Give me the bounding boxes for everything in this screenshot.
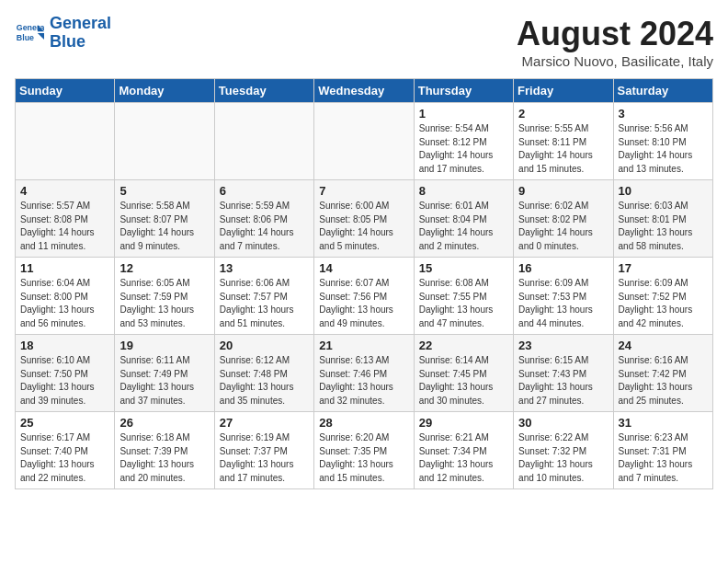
- calendar-cell: 22Sunrise: 6:14 AM Sunset: 7:45 PM Dayli…: [414, 335, 513, 412]
- svg-text:Blue: Blue: [17, 33, 34, 42]
- weekday-header-friday: Friday: [514, 79, 613, 103]
- calendar-cell: 12Sunrise: 6:05 AM Sunset: 7:59 PM Dayli…: [115, 258, 214, 335]
- title-area: August 2024 Marsico Nuovo, Basilicate, I…: [517, 15, 713, 69]
- day-number: 22: [419, 339, 508, 352]
- day-number: 23: [518, 339, 608, 352]
- day-info: Sunrise: 6:23 AM Sunset: 7:31 PM Dayligh…: [619, 431, 708, 485]
- weekday-header-thursday: Thursday: [414, 79, 513, 103]
- calendar-cell: 7Sunrise: 6:00 AM Sunset: 8:05 PM Daylig…: [314, 180, 414, 258]
- day-info: Sunrise: 6:22 AM Sunset: 7:32 PM Dayligh…: [518, 431, 608, 485]
- day-number: 3: [619, 107, 708, 121]
- day-info: Sunrise: 6:18 AM Sunset: 7:39 PM Dayligh…: [119, 431, 209, 485]
- day-number: 8: [419, 184, 508, 198]
- day-info: Sunrise: 6:07 AM Sunset: 7:56 PM Dayligh…: [319, 277, 408, 330]
- weekday-header-tuesday: Tuesday: [214, 79, 313, 103]
- day-info: Sunrise: 6:01 AM Sunset: 8:04 PM Dayligh…: [419, 200, 508, 253]
- calendar-cell: 27Sunrise: 6:19 AM Sunset: 7:37 PM Dayli…: [214, 412, 313, 489]
- day-info: Sunrise: 5:54 AM Sunset: 8:12 PM Dayligh…: [419, 122, 508, 176]
- weekday-header-sunday: Sunday: [16, 79, 115, 103]
- calendar-cell: 3Sunrise: 5:56 AM Sunset: 8:10 PM Daylig…: [613, 103, 712, 180]
- day-number: 24: [619, 339, 708, 352]
- logo-icon: General Blue: [15, 18, 44, 48]
- calendar-cell: 18Sunrise: 6:10 AM Sunset: 7:50 PM Dayli…: [16, 335, 115, 412]
- day-number: 15: [419, 261, 508, 275]
- calendar-cell: 9Sunrise: 6:02 AM Sunset: 8:02 PM Daylig…: [514, 180, 613, 258]
- weekday-header-row: SundayMondayTuesdayWednesdayThursdayFrid…: [16, 79, 713, 103]
- day-info: Sunrise: 6:21 AM Sunset: 7:34 PM Dayligh…: [419, 431, 508, 485]
- day-info: Sunrise: 6:02 AM Sunset: 8:02 PM Dayligh…: [518, 200, 608, 253]
- calendar-cell: 11Sunrise: 6:04 AM Sunset: 8:00 PM Dayli…: [16, 258, 115, 335]
- day-info: Sunrise: 6:09 AM Sunset: 7:52 PM Dayligh…: [619, 277, 708, 330]
- day-info: Sunrise: 6:19 AM Sunset: 7:37 PM Dayligh…: [220, 431, 309, 485]
- calendar-cell: 24Sunrise: 6:16 AM Sunset: 7:42 PM Dayli…: [613, 335, 712, 412]
- calendar-cell: 1Sunrise: 5:54 AM Sunset: 8:12 PM Daylig…: [414, 103, 513, 180]
- day-info: Sunrise: 5:55 AM Sunset: 8:11 PM Dayligh…: [518, 122, 608, 176]
- day-info: Sunrise: 6:06 AM Sunset: 7:57 PM Dayligh…: [220, 277, 309, 330]
- calendar-cell: 5Sunrise: 5:58 AM Sunset: 8:07 PM Daylig…: [115, 180, 214, 258]
- calendar-cell: 21Sunrise: 6:13 AM Sunset: 7:46 PM Dayli…: [314, 335, 414, 412]
- day-number: 7: [319, 184, 408, 198]
- calendar-table: SundayMondayTuesdayWednesdayThursdayFrid…: [15, 78, 713, 489]
- day-info: Sunrise: 6:11 AM Sunset: 7:49 PM Dayligh…: [119, 354, 209, 408]
- calendar-cell: 13Sunrise: 6:06 AM Sunset: 7:57 PM Dayli…: [214, 258, 313, 335]
- calendar-cell: 8Sunrise: 6:01 AM Sunset: 8:04 PM Daylig…: [414, 180, 513, 258]
- calendar-cell: [314, 103, 414, 180]
- day-number: 19: [119, 339, 209, 352]
- calendar-cell: 25Sunrise: 6:17 AM Sunset: 7:40 PM Dayli…: [16, 412, 115, 489]
- day-info: Sunrise: 5:58 AM Sunset: 8:07 PM Dayligh…: [119, 200, 209, 253]
- day-number: 11: [20, 261, 109, 275]
- calendar-cell: 30Sunrise: 6:22 AM Sunset: 7:32 PM Dayli…: [514, 412, 613, 489]
- day-info: Sunrise: 6:17 AM Sunset: 7:40 PM Dayligh…: [20, 431, 109, 485]
- day-info: Sunrise: 5:56 AM Sunset: 8:10 PM Dayligh…: [619, 122, 708, 176]
- page-header: General Blue General Blue August 2024 Ma…: [15, 15, 713, 69]
- day-number: 5: [119, 184, 209, 198]
- weekday-header-saturday: Saturday: [613, 79, 712, 103]
- day-number: 28: [319, 416, 408, 430]
- calendar-body: 1Sunrise: 5:54 AM Sunset: 8:12 PM Daylig…: [16, 103, 713, 489]
- calendar-cell: 17Sunrise: 6:09 AM Sunset: 7:52 PM Dayli…: [613, 258, 712, 335]
- calendar-cell: [214, 103, 313, 180]
- day-number: 12: [119, 261, 209, 275]
- day-info: Sunrise: 6:20 AM Sunset: 7:35 PM Dayligh…: [319, 431, 408, 485]
- day-info: Sunrise: 6:08 AM Sunset: 7:55 PM Dayligh…: [419, 277, 508, 330]
- calendar-cell: 31Sunrise: 6:23 AM Sunset: 7:31 PM Dayli…: [613, 412, 712, 489]
- weekday-header-monday: Monday: [115, 79, 214, 103]
- day-number: 30: [518, 416, 608, 430]
- day-number: 1: [419, 107, 508, 121]
- day-info: Sunrise: 6:04 AM Sunset: 8:00 PM Dayligh…: [20, 277, 109, 330]
- day-number: 26: [119, 416, 209, 430]
- logo-text: General Blue: [50, 15, 111, 52]
- calendar-cell: 26Sunrise: 6:18 AM Sunset: 7:39 PM Dayli…: [115, 412, 214, 489]
- day-info: Sunrise: 6:12 AM Sunset: 7:48 PM Dayligh…: [220, 354, 309, 408]
- day-number: 2: [518, 107, 608, 121]
- day-info: Sunrise: 6:03 AM Sunset: 8:01 PM Dayligh…: [619, 200, 708, 253]
- logo: General Blue General Blue: [15, 15, 111, 52]
- week-row-3: 11Sunrise: 6:04 AM Sunset: 8:00 PM Dayli…: [16, 258, 713, 335]
- calendar-cell: 20Sunrise: 6:12 AM Sunset: 7:48 PM Dayli…: [214, 335, 313, 412]
- location-title: Marsico Nuovo, Basilicate, Italy: [517, 53, 713, 69]
- day-number: 9: [518, 184, 608, 198]
- day-info: Sunrise: 5:57 AM Sunset: 8:08 PM Dayligh…: [20, 200, 109, 253]
- calendar-cell: 14Sunrise: 6:07 AM Sunset: 7:56 PM Dayli…: [314, 258, 414, 335]
- week-row-1: 1Sunrise: 5:54 AM Sunset: 8:12 PM Daylig…: [16, 103, 713, 180]
- calendar-cell: 29Sunrise: 6:21 AM Sunset: 7:34 PM Dayli…: [414, 412, 513, 489]
- day-number: 10: [619, 184, 708, 198]
- week-row-2: 4Sunrise: 5:57 AM Sunset: 8:08 PM Daylig…: [16, 180, 713, 258]
- day-number: 29: [419, 416, 508, 430]
- calendar-cell: 4Sunrise: 5:57 AM Sunset: 8:08 PM Daylig…: [16, 180, 115, 258]
- month-title: August 2024: [517, 15, 713, 53]
- calendar-cell: 19Sunrise: 6:11 AM Sunset: 7:49 PM Dayli…: [115, 335, 214, 412]
- day-info: Sunrise: 6:16 AM Sunset: 7:42 PM Dayligh…: [619, 354, 708, 408]
- week-row-4: 18Sunrise: 6:10 AM Sunset: 7:50 PM Dayli…: [16, 335, 713, 412]
- weekday-header-wednesday: Wednesday: [314, 79, 414, 103]
- calendar-cell: 16Sunrise: 6:09 AM Sunset: 7:53 PM Dayli…: [514, 258, 613, 335]
- calendar-cell: 6Sunrise: 5:59 AM Sunset: 8:06 PM Daylig…: [214, 180, 313, 258]
- calendar-cell: 2Sunrise: 5:55 AM Sunset: 8:11 PM Daylig…: [514, 103, 613, 180]
- day-number: 14: [319, 261, 408, 275]
- calendar-cell: 28Sunrise: 6:20 AM Sunset: 7:35 PM Dayli…: [314, 412, 414, 489]
- calendar-cell: 10Sunrise: 6:03 AM Sunset: 8:01 PM Dayli…: [613, 180, 712, 258]
- day-number: 4: [20, 184, 109, 198]
- calendar-cell: [16, 103, 115, 180]
- calendar-cell: [115, 103, 214, 180]
- day-info: Sunrise: 5:59 AM Sunset: 8:06 PM Dayligh…: [220, 200, 309, 253]
